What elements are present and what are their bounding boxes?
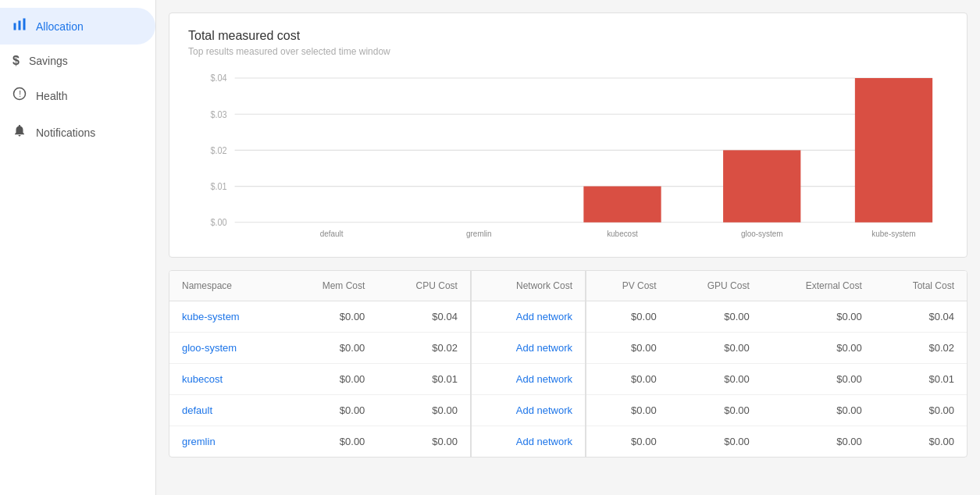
namespace-link[interactable]: kube-system [182, 311, 240, 322]
col-total-cost: Total Cost [875, 271, 967, 301]
svg-text:!: ! [19, 89, 21, 98]
cell-gpu: $0.00 [669, 395, 762, 426]
chart-svg: $.04 $.03 $.02 $.01 $.00 default gremlin… [188, 69, 948, 241]
svg-text:$.01: $.01 [210, 182, 226, 192]
svg-text:gloo-system: gloo-system [741, 230, 783, 239]
main-content: Total measured cost Top results measured… [156, 0, 980, 495]
svg-rect-23 [855, 78, 932, 223]
table-row: gremlin $0.00 $0.00 Add network $0.00 $0… [169, 426, 967, 458]
sidebar-item-health[interactable]: ! Health [0, 77, 155, 114]
svg-text:default: default [320, 230, 344, 239]
cell-gpu: $0.00 [669, 426, 762, 458]
add-network-link[interactable]: Add network [516, 373, 572, 385]
svg-text:$.03: $.03 [210, 109, 226, 119]
chart-subtitle: Top results measured over selected time … [188, 46, 948, 57]
cell-namespace: kubecost [169, 364, 283, 395]
cell-network: Add network [471, 364, 586, 395]
cost-table: Namespace Mem Cost CPU Cost Network Cost… [169, 271, 967, 457]
cell-network: Add network [471, 395, 586, 426]
cell-external: $0.00 [762, 333, 875, 364]
cell-total: $0.00 [875, 426, 967, 458]
table-row: gloo-system $0.00 $0.02 Add network $0.0… [169, 333, 967, 364]
table-row: kubecost $0.00 $0.01 Add network $0.00 $… [169, 364, 967, 395]
namespace-link[interactable]: gremlin [182, 436, 216, 447]
cell-mem: $0.00 [283, 395, 377, 426]
cell-pv: $0.00 [586, 426, 669, 458]
svg-rect-0 [14, 23, 16, 30]
cell-cpu: $0.02 [377, 333, 471, 364]
svg-rect-21 [723, 150, 800, 222]
sidebar-item-label: Allocation [36, 20, 84, 33]
cell-namespace: gloo-system [169, 333, 283, 364]
col-external-cost: External Cost [762, 271, 875, 301]
cell-mem: $0.00 [283, 333, 377, 364]
namespace-link[interactable]: default [182, 404, 212, 416]
col-network-cost: Network Cost [471, 271, 586, 301]
table-row: kube-system $0.00 $0.04 Add network $0.0… [169, 301, 967, 333]
cell-namespace: gremlin [169, 426, 283, 458]
svg-rect-2 [23, 19, 26, 30]
sidebar-item-allocation[interactable]: Allocation [0, 8, 155, 45]
cell-network: Add network [471, 333, 586, 364]
sidebar: Allocation $ Savings ! Health Notificati… [0, 0, 156, 495]
cell-mem: $0.00 [283, 301, 377, 333]
cell-external: $0.00 [762, 426, 875, 458]
cell-mem: $0.00 [283, 426, 377, 458]
bar-chart: $.04 $.03 $.02 $.01 $.00 default gremlin… [188, 69, 948, 241]
svg-text:$.04: $.04 [210, 73, 227, 84]
cell-namespace: kube-system [169, 301, 283, 333]
col-namespace: Namespace [169, 271, 283, 301]
cell-external: $0.00 [762, 395, 875, 426]
cell-total: $0.04 [875, 301, 967, 333]
cell-total: $0.01 [875, 364, 967, 395]
cell-network: Add network [471, 426, 586, 458]
notifications-icon [12, 123, 27, 141]
svg-text:gremlin: gremlin [466, 230, 492, 239]
table-header-row: Namespace Mem Cost CPU Cost Network Cost… [169, 271, 967, 301]
add-network-link[interactable]: Add network [516, 342, 572, 354]
col-cpu-cost: CPU Cost [377, 271, 471, 301]
cell-external: $0.00 [762, 364, 875, 395]
cell-namespace: default [169, 395, 283, 426]
table-card: Namespace Mem Cost CPU Cost Network Cost… [169, 270, 968, 458]
sidebar-item-label: Savings [29, 55, 68, 67]
sidebar-item-label: Notifications [36, 126, 95, 139]
add-network-link[interactable]: Add network [516, 311, 572, 322]
add-network-link[interactable]: Add network [516, 436, 572, 447]
svg-text:$.00: $.00 [210, 218, 226, 228]
cell-pv: $0.00 [586, 301, 669, 333]
col-gpu-cost: GPU Cost [669, 271, 762, 301]
svg-text:$.02: $.02 [210, 145, 226, 155]
col-pv-cost: PV Cost [586, 271, 669, 301]
cell-gpu: $0.00 [669, 333, 762, 364]
cell-gpu: $0.00 [669, 301, 762, 333]
cell-network: Add network [471, 301, 586, 333]
table-row: default $0.00 $0.00 Add network $0.00 $0… [169, 395, 967, 426]
cell-pv: $0.00 [586, 333, 669, 364]
chart-title: Total measured cost [188, 29, 948, 43]
namespace-link[interactable]: kubecost [182, 373, 223, 385]
sidebar-item-savings[interactable]: $ Savings [0, 45, 155, 77]
col-mem-cost: Mem Cost [283, 271, 377, 301]
namespace-link[interactable]: gloo-system [182, 342, 237, 354]
sidebar-item-notifications[interactable]: Notifications [0, 114, 155, 151]
cell-total: $0.02 [875, 333, 967, 364]
cell-cpu: $0.00 [377, 395, 471, 426]
chart-card: Total measured cost Top results measured… [169, 12, 968, 258]
svg-rect-19 [583, 187, 661, 223]
cell-external: $0.00 [762, 301, 875, 333]
health-icon: ! [12, 87, 27, 105]
allocation-icon [12, 17, 27, 35]
sidebar-item-label: Health [36, 90, 67, 102]
svg-text:kube-system: kube-system [871, 230, 915, 239]
cell-pv: $0.00 [586, 364, 669, 395]
svg-text:kubecost: kubecost [607, 230, 638, 239]
svg-rect-1 [19, 21, 21, 30]
savings-icon: $ [12, 54, 20, 68]
cell-total: $0.00 [875, 395, 967, 426]
cell-cpu: $0.01 [377, 364, 471, 395]
cell-pv: $0.00 [586, 395, 669, 426]
add-network-link[interactable]: Add network [516, 404, 572, 416]
cell-gpu: $0.00 [669, 364, 762, 395]
cell-cpu: $0.04 [377, 301, 471, 333]
